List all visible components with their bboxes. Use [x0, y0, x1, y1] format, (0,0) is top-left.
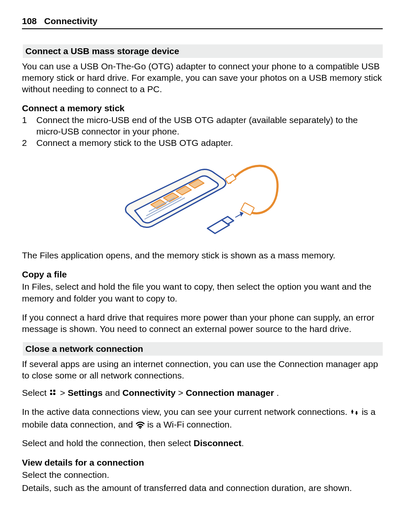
svg-rect-4 — [225, 174, 236, 184]
paragraph: Details, such as the amount of transferr… — [22, 482, 383, 494]
text: Select — [22, 388, 49, 398]
text: > — [60, 388, 68, 398]
text: In the active data connections view, you… — [22, 407, 350, 417]
paragraph: If several apps are using an internet co… — [22, 358, 383, 381]
kw-settings: Settings — [68, 388, 103, 398]
svg-rect-13 — [352, 411, 353, 414]
text: is a Wi-Fi connection. — [147, 420, 232, 429]
text: . — [276, 388, 279, 398]
paragraph: If you connect a hard drive that require… — [22, 312, 383, 335]
step-text: Connect the micro-USB end of the USB OTG… — [36, 114, 383, 137]
text: and — [105, 388, 123, 398]
svg-marker-7 — [240, 212, 243, 216]
step-item: 1 Connect the micro-USB end of the USB O… — [22, 114, 383, 137]
page-number: 108 — [22, 16, 37, 26]
kw-disconnect: Disconnect — [193, 438, 241, 448]
subheading-view-details: View details for a connection — [22, 457, 383, 468]
step-number: 1 — [22, 114, 36, 126]
chapter-title: Connectivity — [44, 16, 98, 26]
running-header: 108 Connectivity — [22, 15, 383, 29]
text: Select and hold the connection, then sel… — [22, 438, 193, 448]
paragraph: Select and hold the connection, then sel… — [22, 437, 383, 449]
svg-rect-11 — [53, 393, 55, 395]
manual-page: 108 Connectivity Connect a USB mass stor… — [0, 0, 403, 532]
mobile-data-icon — [350, 407, 359, 419]
paragraph: Select the connection. — [22, 469, 383, 480]
menu-grid-icon — [49, 388, 57, 400]
paragraph: You can use a USB On-The-Go (OTG) adapte… — [22, 60, 383, 95]
paragraph: The Files application opens, and the mem… — [22, 250, 383, 261]
step-list: 1 Connect the micro-USB end of the USB O… — [22, 114, 383, 149]
kw-connectivity: Connectivity — [123, 388, 176, 398]
step-number: 2 — [22, 137, 36, 148]
text: . — [241, 438, 244, 448]
step-text: Connect a memory stick to the USB OTG ad… — [36, 137, 233, 148]
illustration-otg — [22, 153, 383, 246]
section-title-usb: Connect a USB mass storage device — [22, 44, 383, 58]
svg-rect-15 — [356, 411, 357, 413]
svg-rect-10 — [50, 393, 52, 395]
phone-otg-illustration — [118, 153, 287, 246]
svg-point-8 — [50, 390, 52, 392]
paragraph: In the active data connections view, you… — [22, 406, 383, 432]
subheading-memory-stick: Connect a memory stick — [22, 102, 383, 114]
step-item: 2 Connect a memory stick to the USB OTG … — [22, 137, 383, 148]
subheading-copy-file: Copy a file — [22, 269, 383, 280]
svg-point-16 — [139, 427, 141, 429]
section-title-close-conn: Close a network connection — [22, 342, 383, 355]
svg-rect-9 — [53, 390, 55, 392]
wifi-icon — [136, 420, 145, 431]
kw-connection-manager: Connection manager — [186, 388, 274, 398]
text: > — [178, 388, 186, 398]
navigation-path: Select > Settings and Connectivity > Con… — [22, 387, 383, 400]
paragraph: In Files, select and hold the file you w… — [22, 281, 383, 304]
